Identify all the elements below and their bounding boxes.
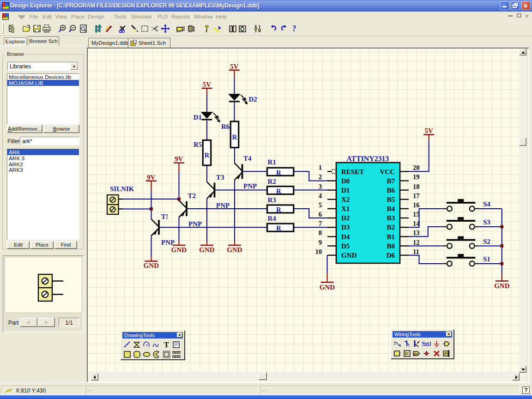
svg-text:18: 18 <box>413 183 420 190</box>
svg-text:2: 2 <box>319 173 322 181</box>
svg-text:T2: T2 <box>188 192 196 200</box>
svg-text:D1: D1 <box>193 114 202 121</box>
svg-text:GND: GND <box>199 246 215 254</box>
svg-text:D4: D4 <box>341 233 350 241</box>
svg-text:D6: D6 <box>387 252 395 259</box>
svg-text:7: 7 <box>319 220 322 227</box>
svg-text:T4: T4 <box>243 155 252 162</box>
svg-text:R5: R5 <box>193 141 202 148</box>
svg-text:P: P <box>444 351 447 356</box>
svg-text:B2: B2 <box>387 224 395 231</box>
svg-text:?: ? <box>292 24 296 33</box>
svg-text:R: R <box>276 206 281 213</box>
svg-text:X2: X2 <box>341 196 350 203</box>
svg-text:R1: R1 <box>268 158 276 166</box>
svg-text:VCC: VCC <box>380 168 395 175</box>
svg-text:19: 19 <box>413 173 420 181</box>
svg-text:17: 17 <box>413 192 420 200</box>
svg-text:S4: S4 <box>483 200 490 208</box>
svg-text:T: T <box>164 340 169 349</box>
svg-text:10: 10 <box>315 248 322 255</box>
svg-text:6: 6 <box>319 211 322 218</box>
svg-text:R3: R3 <box>268 196 276 204</box>
svg-text:D5: D5 <box>341 242 350 250</box>
svg-text:GND: GND <box>494 282 510 290</box>
svg-text:GND: GND <box>227 246 242 254</box>
svg-text:SILNIK: SILNIK <box>110 185 134 193</box>
svg-text:D2: D2 <box>341 214 350 222</box>
svg-text:S1: S1 <box>483 255 490 263</box>
svg-text:20: 20 <box>413 164 420 171</box>
svg-text:R: R <box>276 169 281 176</box>
svg-text:4: 4 <box>319 192 322 200</box>
svg-text:1: 1 <box>319 164 322 171</box>
svg-text:D1: D1 <box>414 352 419 356</box>
svg-text:D0: D0 <box>341 177 350 185</box>
svg-text:5V: 5V <box>230 63 239 70</box>
svg-text:5V: 5V <box>203 81 212 88</box>
svg-text:R: R <box>276 224 281 232</box>
svg-text:B7: B7 <box>387 177 395 185</box>
svg-text:B0: B0 <box>387 242 395 250</box>
svg-text:PNP: PNP <box>216 202 230 209</box>
svg-text:R: R <box>205 151 210 159</box>
svg-text:PNP: PNP <box>188 220 202 228</box>
svg-text:8: 8 <box>319 229 322 236</box>
svg-text:9: 9 <box>319 239 322 246</box>
svg-text:R2: R2 <box>268 178 276 185</box>
svg-text:14: 14 <box>413 220 420 227</box>
svg-text:15: 15 <box>413 211 420 218</box>
svg-text:9V: 9V <box>147 174 156 181</box>
svg-text:5V: 5V <box>425 127 434 134</box>
svg-text:GND: GND <box>144 262 159 269</box>
svg-text:D3: D3 <box>341 224 350 231</box>
svg-text:S3: S3 <box>483 218 490 226</box>
svg-text:T!: T! <box>161 213 168 220</box>
svg-text:13: 13 <box>413 229 420 236</box>
svg-text:RESET: RESET <box>341 168 364 175</box>
svg-text:D1: D1 <box>341 187 350 194</box>
svg-text:12: 12 <box>413 239 420 246</box>
svg-text:16: 16 <box>413 201 420 209</box>
svg-text:9V: 9V <box>175 155 183 163</box>
svg-text:T3: T3 <box>216 174 224 181</box>
svg-text:X1: X1 <box>341 205 350 212</box>
svg-text:PNP: PNP <box>161 239 175 246</box>
svg-text:S2: S2 <box>483 238 490 245</box>
svg-text:3: 3 <box>319 183 322 190</box>
svg-text:B4: B4 <box>387 205 395 212</box>
svg-text:Net1: Net1 <box>422 340 431 346</box>
svg-text:B6: B6 <box>387 187 395 194</box>
svg-text:ATTINY2313: ATTINY2313 <box>346 154 389 163</box>
svg-text:B3: B3 <box>387 214 395 222</box>
svg-text:R: R <box>276 187 281 195</box>
svg-text:D2: D2 <box>249 96 257 103</box>
svg-text:GND: GND <box>171 246 187 254</box>
svg-text:B5: B5 <box>387 196 395 203</box>
svg-text:R: R <box>232 133 237 141</box>
svg-text:B1: B1 <box>387 233 395 241</box>
svg-text:R4: R4 <box>268 215 277 222</box>
svg-text:5: 5 <box>319 201 322 209</box>
svg-text:GND: GND <box>320 284 335 291</box>
svg-text:GND: GND <box>341 252 357 259</box>
svg-text:R6: R6 <box>221 123 230 130</box>
svg-text:11: 11 <box>413 248 419 255</box>
svg-text:PNP: PNP <box>243 182 257 190</box>
